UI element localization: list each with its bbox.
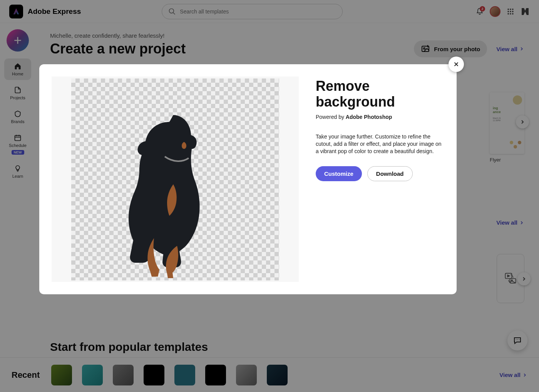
modal-close-button[interactable] — [449, 57, 464, 72]
close-icon — [453, 61, 460, 68]
transparent-background — [71, 78, 279, 280]
download-button[interactable]: Download — [367, 166, 413, 181]
modal-buttons: Customize Download — [316, 166, 444, 181]
cutout-subject-dog — [116, 107, 235, 280]
powered-by-text: Powered by Adobe Photoshop — [316, 114, 444, 120]
modal-title: Remove background — [316, 78, 444, 110]
modal-description: Take your image further. Customize to re… — [316, 133, 444, 155]
remove-background-modal: Remove background Powered by Adobe Photo… — [39, 64, 457, 294]
preview-pane — [52, 77, 299, 282]
info-pane: Remove background Powered by Adobe Photo… — [316, 77, 444, 282]
customize-button[interactable]: Customize — [316, 166, 362, 181]
